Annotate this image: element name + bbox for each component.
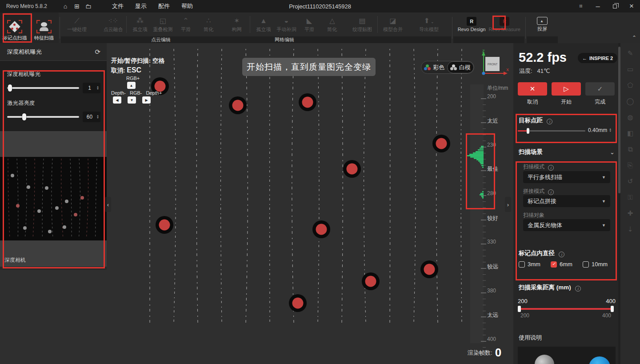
polygon-select-icon[interactable]: ⬠: [620, 81, 640, 89]
scan-toast: 开始扫描，直到质量图完全变绿: [242, 58, 376, 76]
exposure-spinner[interactable]: ▲▼: [96, 86, 100, 90]
laser-brightness-slider[interactable]: [7, 116, 79, 118]
pc-smooth-button[interactable]: ⌃平滑: [175, 16, 196, 33]
marker-diameter-info-icon[interactable]: i: [559, 252, 564, 257]
scan-object-dropdown[interactable]: 金属反光物体▼: [523, 219, 610, 231]
minimize-button[interactable]: ─: [589, 0, 606, 12]
mesh-button[interactable]: ✶构网: [226, 16, 247, 33]
model-merge-button[interactable]: ◪模型合并: [380, 16, 405, 33]
scale-label-太远: 太远: [487, 312, 498, 319]
scale-label-380: 380: [487, 288, 496, 294]
depth-camera-label: 深度相机: [4, 256, 26, 264]
marker-scan-icon: [7, 20, 22, 33]
menu-help[interactable]: 帮助: [181, 2, 193, 10]
mesh-smooth-icon: ◣: [307, 16, 312, 25]
mesh-simplify-button[interactable]: △简化: [322, 16, 343, 33]
depth-plus-label: Depth+: [146, 90, 162, 96]
arrow-down-key[interactable]: ▼: [128, 96, 136, 104]
export-model-button[interactable]: ⬆⌄导出模型: [416, 16, 441, 33]
texture-map-button[interactable]: ▤纹理贴图: [350, 16, 375, 33]
scan-object-label: 扫描对象: [523, 212, 544, 218]
one-click-process-button[interactable]: ⟋ 一键处理: [64, 16, 89, 33]
open-project-icon[interactable]: 🗀: [83, 3, 94, 10]
crop-icon[interactable]: ⧉: [620, 145, 640, 153]
revo-design-icon: R: [467, 17, 476, 26]
cancel-scan-button[interactable]: ✕: [518, 82, 547, 96]
restore-button[interactable]: [606, 0, 623, 12]
revo-design-button[interactable]: RRevo Design: [457, 17, 486, 32]
range-handle-min[interactable]: [518, 306, 521, 312]
lock-icon[interactable]: ⚿: [620, 193, 640, 201]
range-handle-max[interactable]: [611, 306, 614, 312]
scan-scene-collapse-icon[interactable]: ⌄: [610, 149, 615, 156]
flip-view-icon[interactable]: ⟳: [95, 48, 100, 56]
pc-isolated-button[interactable]: ⁂孤立项: [129, 16, 150, 33]
pc-overlap-button[interactable]: ◱重叠检测: [152, 16, 173, 33]
sphere-select-icon[interactable]: ◍: [620, 113, 640, 121]
pen-select-icon[interactable]: ✎: [620, 49, 640, 57]
scale-label-太近: 太近: [487, 117, 498, 125]
point-distance-info-icon[interactable]: i: [547, 119, 552, 124]
device-badge[interactable]: ← INSPIRE 2: [578, 53, 617, 63]
point-distance-spinner[interactable]: ▲▼: [609, 128, 613, 132]
diameter-checkbox-10mm[interactable]: 10mm: [583, 261, 615, 268]
right-panel-expand[interactable]: ›: [505, 197, 511, 212]
exposure-value-box[interactable]: 1 ▲▼: [83, 83, 100, 93]
menu-display[interactable]: 显示: [135, 2, 147, 10]
laser-spinner[interactable]: ▲▼: [96, 115, 100, 119]
left-panel-collapse[interactable]: ‹: [105, 197, 111, 212]
menu-file[interactable]: 文件: [112, 2, 124, 10]
color-mode-option[interactable]: 彩色: [421, 61, 447, 73]
view-cube[interactable]: Z X FRONT: [476, 48, 510, 79]
new-project-icon[interactable]: ⊞: [71, 3, 83, 10]
scan-marker: [156, 216, 173, 234]
pc-simplify-button[interactable]: ∴简化: [198, 16, 219, 33]
ribbon-collapse-icon[interactable]: ⌃: [632, 35, 636, 41]
arrow-left-key[interactable]: ◀: [113, 96, 121, 104]
point-fuse-icon: ⁖⁘: [108, 16, 118, 25]
usage-images: [518, 347, 616, 364]
stitch-mode-info-icon[interactable]: i: [548, 189, 554, 195]
finish-scan-button[interactable]: ✓: [585, 82, 615, 96]
feature-scan-button[interactable]: 特征扫描: [29, 12, 59, 43]
scan-distance-info-icon[interactable]: i: [575, 286, 581, 292]
scan-mode-info-icon[interactable]: i: [548, 165, 554, 171]
arrow-right-key[interactable]: ▶: [142, 96, 151, 104]
menu-accessories[interactable]: 配件: [158, 2, 170, 10]
copy-icon[interactable]: ⎘: [620, 161, 640, 169]
scan-marker: [420, 260, 438, 278]
stitch-mode-dropdown[interactable]: 标记点拼接▼: [523, 195, 610, 207]
feature-scan-icon: [36, 20, 52, 33]
home-icon[interactable]: ⌂: [60, 3, 71, 10]
invert-select-icon[interactable]: ◧: [620, 129, 640, 137]
arrow-up-key[interactable]: ▲: [127, 82, 136, 89]
mesh-isolated-button[interactable]: ▲孤立项: [253, 16, 274, 33]
diameter-checkbox-6mm[interactable]: 6mm: [551, 261, 583, 268]
marker-scan-button[interactable]: 标记点扫描: [0, 12, 29, 43]
isolated-points-icon: ⁂: [136, 16, 144, 25]
scan-distance-range-slider[interactable]: [519, 308, 613, 310]
exposure-slider[interactable]: [7, 87, 79, 89]
ribbon-toolbar: 标记点扫描 特征扫描 ⟋ 一键处理 ⁖⁘点云融合 ⁂孤立项 ◱重叠检测 ⌃平滑 …: [0, 12, 640, 43]
white-mode-option[interactable]: 白模: [447, 61, 474, 73]
layout-grid-icon[interactable]: ⌗: [572, 0, 589, 12]
start-scan-button[interactable]: ▷: [552, 82, 581, 96]
diameter-checkbox-3mm[interactable]: 3mm: [519, 261, 551, 268]
laser-value-box[interactable]: 60 ▲▼: [83, 112, 100, 122]
marker-diameter-title: 标记点内直径: [519, 250, 555, 256]
circle-select-icon[interactable]: ◯: [620, 97, 640, 105]
screen-cast-button[interactable]: 投屏: [530, 17, 554, 32]
close-button[interactable]: ×: [623, 0, 640, 12]
mesh-smooth-button[interactable]: ◣平滑: [299, 16, 320, 33]
point-distance-slider[interactable]: [518, 130, 585, 132]
rect-select-icon[interactable]: ▭: [620, 65, 640, 73]
add-icon[interactable]: ✚: [620, 209, 640, 217]
history-icon[interactable]: ↺: [620, 177, 640, 185]
fill-holes-button[interactable]: ◒手动补洞: [276, 16, 297, 33]
down-arrow-icon[interactable]: ⇣: [620, 225, 640, 233]
pointcloud-fuse-button[interactable]: ⁖⁘点云融合: [103, 16, 124, 33]
temperature: 温度: 41℃: [519, 67, 550, 75]
scan-mode-dropdown[interactable]: 平行多线扫描▼: [523, 171, 610, 183]
revo-measure-button[interactable]: RRevo Measure: [488, 17, 521, 32]
cancel-label: 取消: [518, 98, 547, 106]
